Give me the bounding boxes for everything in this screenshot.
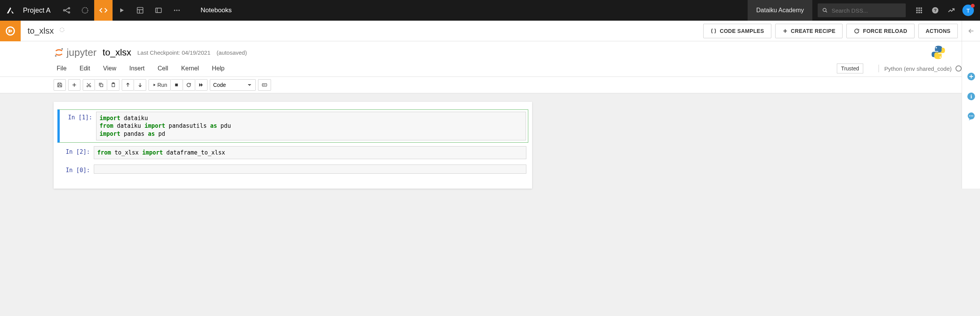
jupyter-toolbar: Run Code [0,77,962,93]
right-rail: i [962,41,980,189]
restart-run-all-button[interactable] [195,79,207,91]
checkpoint-text: Last Checkpoint: 04/19/2021 [137,49,211,56]
cell-prompt: In [0]: [59,165,94,174]
notebook-container: In [1]:import dataiku from dataiku impor… [54,102,532,189]
cell-type-select[interactable]: Code [210,79,256,91]
back-arrow-icon[interactable] [962,21,980,41]
rail-chat-icon[interactable] [967,112,976,122]
svg-point-54 [970,116,972,117]
jupyter-logo[interactable]: jupyter [54,47,96,59]
run-button[interactable]: Run [149,79,171,91]
kernel-name-text: Python (env shared_code) [884,65,952,72]
svg-text:?: ? [934,8,936,13]
kernel-indicator[interactable]: Python (env shared_code) [879,65,962,72]
menu-help[interactable]: Help [212,63,232,74]
cell-input[interactable]: import dataiku from dataiku import panda… [96,112,526,140]
code-samples-label: CODE SAMPLES [720,28,764,34]
paste-button[interactable] [107,79,119,91]
svg-point-32 [940,57,941,58]
user-avatar[interactable]: T [962,5,974,16]
jupyter-logo-text: jupyter [67,47,96,59]
menu-insert[interactable]: Insert [129,63,152,74]
restart-button[interactable] [183,79,195,91]
interrupt-button[interactable] [171,79,183,91]
help-icon[interactable]: ? [927,0,943,21]
braces-icon [710,28,717,34]
svg-rect-20 [916,12,918,13]
svg-point-2 [69,12,70,13]
rail-info-icon[interactable]: i [967,92,976,103]
project-name[interactable]: Project A [21,7,57,15]
recipe-icon[interactable] [76,0,94,21]
move-up-button[interactable] [122,79,134,91]
code-icon[interactable] [94,0,113,21]
svg-rect-19 [921,10,922,11]
actions-label: ACTIONS [926,28,951,34]
cell-input[interactable]: from to_xlsx import dataframe_to_xlsx [94,146,526,159]
svg-rect-39 [100,84,103,87]
layout-icon[interactable] [149,0,168,21]
rail-add-icon[interactable] [967,72,976,83]
svg-rect-15 [918,8,920,9]
menu-file[interactable]: File [57,63,74,74]
code-cell[interactable]: In [1]:import dataiku from dataiku impor… [57,109,528,143]
code-samples-button[interactable]: CODE SAMPLES [703,24,771,38]
code-cell[interactable]: In [0]: [57,163,528,176]
actions-button[interactable]: ACTIONS [918,24,958,38]
top-navbar: Project A Notebooks Dataiku Academy ? T [0,0,980,21]
cell-prompt: In [1]: [62,112,96,140]
move-down-button[interactable] [134,79,146,91]
reload-icon [854,28,860,34]
command-palette-button[interactable] [258,79,271,91]
academy-link[interactable]: Dataiku Academy [748,0,812,21]
create-recipe-label: CREATE RECIPE [791,28,835,34]
svg-point-25 [7,27,15,35]
menu-edit[interactable]: Edit [80,63,97,74]
search-icon [822,7,828,13]
svg-point-30 [55,55,57,57]
dataiku-logo-icon[interactable] [0,0,21,21]
copy-button[interactable] [95,79,107,91]
create-recipe-button[interactable]: CREATE RECIPE [775,24,843,38]
svg-point-12 [823,8,826,11]
svg-rect-7 [156,8,162,13]
cell-prompt: In [2]: [59,146,94,159]
save-button[interactable] [54,79,66,91]
jupyter-header: jupyter to_xlsx Last Checkpoint: 04/19/2… [0,41,962,60]
activity-icon[interactable] [943,0,959,21]
run-icon[interactable] [113,0,131,21]
svg-point-10 [176,10,177,11]
svg-rect-4 [137,8,143,13]
svg-line-13 [826,11,827,13]
dashboard-icon[interactable] [131,0,149,21]
search-box[interactable] [818,3,906,17]
apps-icon[interactable] [911,0,927,21]
jupyter-menubar: File Edit View Insert Cell Kernel Help T… [0,60,962,77]
cut-button[interactable] [83,79,95,91]
svg-text:i: i [970,93,972,99]
search-input[interactable] [831,7,901,14]
refresh-small-icon[interactable] [59,27,65,35]
svg-point-9 [174,10,175,11]
flow-icon[interactable] [57,0,76,21]
add-cell-button[interactable] [68,79,80,91]
jupyter-notebook-title[interactable]: to_xlsx [103,47,131,58]
code-cell[interactable]: In [2]:from to_xlsx import dataframe_to_… [57,144,528,161]
recipe-logo-icon[interactable] [0,21,21,41]
svg-point-26 [60,28,64,32]
section-label: Notebooks [193,7,239,14]
menu-cell[interactable]: Cell [158,63,175,74]
kernel-status-icon [956,65,962,72]
run-label: Run [157,82,167,88]
notebook-name[interactable]: to_xlsx [21,26,59,36]
force-reload-button[interactable]: FORCE RELOAD [846,24,915,38]
more-icon[interactable] [168,0,186,21]
cell-input[interactable] [94,165,526,174]
svg-rect-42 [175,84,178,86]
trusted-badge[interactable]: Trusted [837,64,863,73]
svg-rect-14 [916,8,918,9]
menu-kernel[interactable]: Kernel [181,63,206,74]
svg-rect-16 [921,8,922,9]
force-reload-label: FORCE RELOAD [863,28,907,34]
menu-view[interactable]: View [103,63,123,74]
